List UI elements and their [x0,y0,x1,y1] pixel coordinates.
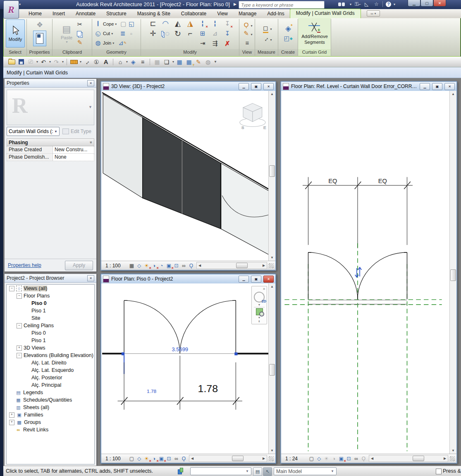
undo-icon[interactable]: ↶ [39,58,48,66]
visual-style-icon[interactable]: ◇ [136,262,143,269]
minimize-button[interactable]: ▁ [408,0,420,7]
scroll-up-icon[interactable]: ▲ [269,91,275,97]
sun-path-icon[interactable]: ☀ [323,455,330,462]
shadows-icon[interactable]: ◑ [150,455,158,462]
properties-close-icon[interactable]: ✕ [87,80,94,86]
panel-label-geometry[interactable]: Geometry [92,49,141,56]
eq-label-right[interactable]: EQ [378,178,387,184]
help-dropdown-icon[interactable]: ▾ [394,1,395,7]
show-crop-region-icon[interactable]: ⊡ [345,455,352,462]
panel-label-curtain-grid[interactable]: Curtain Grid [298,49,331,56]
3d-view-restore-button[interactable]: ▣ [251,83,261,90]
project-browser-close-icon[interactable]: ✕ [87,275,94,281]
thin-lines-icon[interactable]: ≡ [243,38,251,47]
resize-grip[interactable] [269,263,274,268]
viewcube[interactable]: S E [240,103,266,130]
rotate-icon[interactable]: ↻ [174,29,182,38]
grid-grip-right[interactable] [234,352,237,355]
detail-level-icon[interactable]: ▦ [128,262,135,269]
qat-customize-icon[interactable]: ▼ [214,60,217,64]
crop-region-icon[interactable]: ▣ [338,455,345,462]
redo-icon[interactable]: ↷ [52,58,60,66]
tab-home[interactable]: Home [23,10,47,18]
tree-item-sheets[interactable]: ▥Sheets (all) [7,404,94,411]
tree-item-3d-views[interactable]: +3D Views [7,344,94,352]
detail-level-icon[interactable]: ▢ [128,455,135,462]
eq-label-left[interactable]: EQ [328,178,337,184]
ref-hscrollbar[interactable]: ◀▶ [369,455,448,462]
sun-path-icon[interactable]: ☀ [143,262,150,269]
tab-collaborate[interactable]: Collaborate [176,10,212,18]
ref-minimize-button[interactable]: ▁ [420,83,430,90]
reveal-hidden-elements-icon[interactable]: ∞ [353,455,360,462]
cope-button[interactable]: Ⅰ Cope▾ ▢ ◱ [94,19,136,29]
property-row-phase-demolished[interactable]: Phase Demolish... None [7,154,94,161]
default-3d-view-icon[interactable]: ⌂ [116,58,124,66]
schedules-icon[interactable]: ▦ [175,58,184,66]
preview-dropdown-icon[interactable]: ▼ [88,105,92,109]
phasing-section-header[interactable]: Phasing « [7,138,94,146]
communication-center-icon[interactable]: ◺ [365,1,368,7]
panel-label-view[interactable]: View [239,49,255,56]
rendering-dialog-icon[interactable]: ◔ [158,262,165,269]
type-properties-icon[interactable]: ❖ [36,21,44,29]
scale-control[interactable]: 1 : 100 [103,456,128,462]
wheel-dropdown-icon[interactable]: ▼ [258,303,261,306]
temporary-hide-isolate-icon[interactable]: Ǫ [360,455,367,462]
apply-button[interactable]: Apply [65,261,93,270]
scale-control[interactable]: 1 : 100 [103,263,128,269]
sun-path-icon[interactable]: ☀ [143,455,150,462]
panel-label-create[interactable]: Create [278,49,298,56]
temporary-hide-isolate-icon[interactable]: Ǫ [188,262,195,269]
tab-insert[interactable]: Insert [47,10,70,18]
resize-grip[interactable] [450,456,455,461]
demolish-icon[interactable]: ▫ [127,29,135,38]
mirror-draw-axis-icon[interactable]: ◮ [186,19,194,28]
detail-level-icon[interactable]: ▢ [308,455,315,462]
tree-item-piso0[interactable]: Piso 0 [7,300,94,307]
panel-label-properties[interactable]: Properties [27,49,53,56]
piso0-canvas[interactable]: 3.5699 1.78 1.78 ✕ 2D ▼ ▼ ⇟ ▲ ▼ [101,283,275,454]
pin-icon[interactable]: ↧ [223,29,232,38]
search-expand-icon[interactable]: ▶ [234,2,236,6]
show-crop-region-icon[interactable]: ⊡ [165,455,172,462]
application-menu-button[interactable]: R [3,0,19,19]
join-button[interactable]: ◍ Join▾ ⊿✎ [94,38,127,48]
help-search-input[interactable] [239,1,325,9]
edit-family-icon[interactable]: ✎ [194,58,203,66]
panel-label-modify[interactable]: Modify [141,49,239,56]
print-icon[interactable]: ⎚ [26,58,35,66]
match-type-properties-icon[interactable]: ✎ [76,38,84,47]
3d-view-minimize-button[interactable]: ▁ [239,83,249,90]
create-similar-icon[interactable]: ◈✦ [284,24,292,33]
offset-icon[interactable]: ◠ [161,19,170,28]
measure-button[interactable]: ◻▾ [261,24,272,33]
beam-join-icon[interactable]: ⊿✎ [118,39,127,47]
type-selector[interactable]: Curtain Wall Grids (: ▼ [7,127,60,136]
trim-extend-multiple-icon[interactable]: ⇶ [211,39,219,48]
tree-item-ceiling-piso1[interactable]: Piso 1 [7,337,94,344]
resize-grip[interactable] [269,456,274,461]
3d-view-hscrollbar[interactable]: ◀▶ [196,262,267,269]
visual-style-icon[interactable]: ◇ [315,455,322,462]
reveal-hidden-elements-icon[interactable]: ∞ [180,262,187,269]
crop-region-icon[interactable]: ▣ [158,455,165,462]
scroll-down-icon[interactable]: ▼ [450,447,456,454]
tree-item-piso1[interactable]: Piso 1 [7,307,94,314]
tag-by-category-icon[interactable]: ① [92,58,100,66]
mirror-pick-axis-icon[interactable]: ◭ [174,19,182,28]
ref-vscrollbar[interactable]: ▲ ▼ [449,91,456,454]
tree-item-alc-lat-direito[interactable]: Alç. Lat. Direito [7,359,94,367]
cut-button[interactable]: ◵ Cut▾ ≣ ▫ [94,29,135,38]
tab-modify-curtain-wall-grids[interactable]: Modify | Curtain Wall Grids [290,9,361,18]
array-icon[interactable]: ⊞ [198,29,207,38]
3d-view-close-button[interactable]: ✕ [263,83,274,90]
navbar-more-icon[interactable]: ⇟ [258,320,260,323]
panel-label-select[interactable]: Select [4,49,27,56]
switch-windows-icon[interactable]: ❏ [162,58,171,66]
temporary-dimension-value[interactable]: 3.5699 [172,346,188,352]
press-drag-checkbox[interactable] [436,469,442,474]
piso0-close-button[interactable]: ✕ [263,276,274,283]
tree-item-views-all[interactable]: −○Views (all) [7,285,94,292]
piso0-hscrollbar[interactable]: ◀▶ [189,455,267,462]
